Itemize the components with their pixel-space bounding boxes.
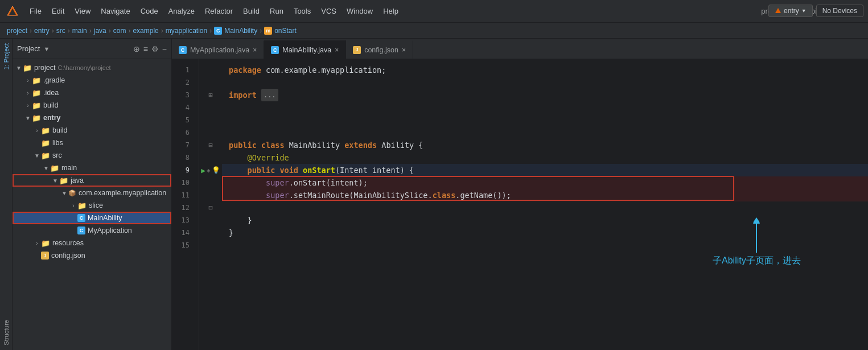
annotation-text: 子Ability子页面，进去 bbox=[713, 255, 801, 267]
tree-item-src[interactable]: ▼ 📁 src bbox=[13, 149, 171, 162]
tree-item-root[interactable]: ▼ 📁 project C:\harmony\project bbox=[13, 61, 171, 74]
collapse-class-icon[interactable]: ⊟ bbox=[208, 141, 212, 149]
code-line-4 bbox=[222, 101, 868, 114]
menu-item-vcs[interactable]: VCS bbox=[316, 5, 341, 18]
run-icon[interactable]: ▶ bbox=[201, 166, 205, 175]
breadcrumb-project[interactable]: project bbox=[7, 27, 27, 35]
breadcrumb-example[interactable]: example bbox=[133, 27, 158, 35]
breadcrumb-com[interactable]: com bbox=[113, 27, 126, 35]
main-content: 1: Project Structure Project ▼ ⊕ ≡ ⚙ − ▼… bbox=[0, 39, 868, 350]
code-line-7: public class MainAbility extends Ability… bbox=[222, 139, 868, 151]
project-header-title: Project bbox=[17, 44, 40, 53]
tab-config[interactable]: J config.json × bbox=[346, 40, 413, 59]
tree-item-resources[interactable]: › 📁 resources bbox=[13, 237, 171, 249]
tree-item-myapplication[interactable]: C MyApplication bbox=[13, 224, 171, 237]
menu-item-code[interactable]: Code bbox=[136, 5, 163, 18]
minimize-icon[interactable]: − bbox=[162, 44, 167, 53]
bulb-icon[interactable]: 💡 bbox=[212, 166, 220, 174]
line-num-10: 10 bbox=[172, 176, 194, 189]
gutter-13 bbox=[199, 214, 222, 227]
tree-item-main[interactable]: ▼ 📁 main bbox=[13, 162, 171, 174]
code-line-1: package com.example.myapplication; bbox=[222, 64, 868, 76]
entry-dropdown-icon: ▼ bbox=[801, 8, 807, 14]
structure-panel-label[interactable]: Structure bbox=[1, 315, 11, 350]
root-name: project bbox=[34, 64, 56, 72]
tab-config-close[interactable]: × bbox=[402, 47, 406, 53]
tab-myapplication[interactable]: C MyApplication.java × bbox=[172, 40, 264, 59]
collapse-icon[interactable]: ≡ bbox=[143, 44, 148, 53]
menu-item-tools[interactable]: Tools bbox=[289, 5, 315, 18]
tree-item-mainability[interactable]: C MainAbility bbox=[13, 212, 171, 224]
code-editor: 1 2 3 4 5 6 7 8 9 10 11 12 13 14 15 bbox=[172, 59, 868, 350]
line-num-2: 2 bbox=[172, 76, 194, 89]
menu-item-edit[interactable]: Edit bbox=[47, 5, 69, 18]
tab-mainability-close[interactable]: × bbox=[335, 47, 339, 53]
code-line-12 bbox=[222, 201, 868, 214]
line-num-7: 7 bbox=[172, 139, 194, 151]
tab-mainability-label: MainAbility.java bbox=[282, 46, 331, 54]
menu-item-view[interactable]: View bbox=[70, 5, 95, 18]
menu-item-analyze[interactable]: Analyze bbox=[164, 5, 199, 18]
configjson-icon: J bbox=[41, 252, 49, 260]
breadcrumb-mainability[interactable]: MainAbility bbox=[224, 27, 257, 35]
menu-item-file[interactable]: File bbox=[25, 5, 46, 18]
breadcrumb-src[interactable]: src bbox=[56, 27, 65, 35]
settings-icon[interactable]: ⚙ bbox=[151, 44, 159, 53]
svg-marker-2 bbox=[775, 8, 781, 13]
menu-item-refactor[interactable]: Refactor bbox=[200, 5, 237, 18]
tree-item-entry-build[interactable]: › 📁 build bbox=[13, 124, 171, 137]
tree-item-entry[interactable]: ▼ 📁 entry bbox=[13, 112, 171, 124]
gutter-6 bbox=[199, 126, 222, 139]
tab-myapp-close[interactable]: × bbox=[253, 47, 257, 53]
tree-item-slice[interactable]: › 📁 slice bbox=[13, 199, 171, 212]
breadcrumb-java[interactable]: java bbox=[94, 27, 106, 35]
breadcrumb-method-icon: m bbox=[264, 27, 272, 35]
file-tree-panel: Project ▼ ⊕ ≡ ⚙ − ▼ 📁 project C:\harmony… bbox=[13, 39, 172, 350]
breadcrumb-myapplication[interactable]: myapplication bbox=[166, 27, 207, 35]
gutter-12: ⊟ bbox=[199, 201, 222, 214]
tab-mainability-icon: C bbox=[271, 46, 279, 54]
locate-icon[interactable]: ⊕ bbox=[133, 44, 140, 53]
breadcrumb-entry[interactable]: entry bbox=[34, 27, 50, 35]
tab-bar: C MyApplication.java × C MainAbility.jav… bbox=[172, 39, 868, 59]
tree-item-com[interactable]: ▼ 📦 com.example.myapplication bbox=[13, 187, 171, 199]
project-panel-label[interactable]: 1: Project bbox=[1, 39, 11, 74]
code-line-2 bbox=[222, 76, 868, 89]
tab-config-label: config.json bbox=[364, 46, 398, 54]
collapse-code-icon[interactable]: ⊞ bbox=[208, 91, 212, 99]
side-panel-label: 1: Project Structure bbox=[0, 39, 13, 350]
tree-item-gradle[interactable]: › 📁 .gradle bbox=[13, 74, 171, 87]
gutter-1 bbox=[199, 64, 222, 76]
gutter-4 bbox=[199, 101, 222, 114]
line-num-8: 8 bbox=[172, 151, 194, 164]
tree-item-idea[interactable]: › 📁 .idea bbox=[13, 87, 171, 99]
menu-item-help[interactable]: Help bbox=[379, 5, 403, 18]
menu-item-window[interactable]: Window bbox=[342, 5, 377, 18]
menu-item-navigate[interactable]: Navigate bbox=[96, 5, 134, 18]
menu-item-build[interactable]: Build bbox=[238, 5, 264, 18]
bookmark-icon[interactable]: ◈ bbox=[207, 167, 211, 174]
tree-item-java[interactable]: ▼ 📁 java bbox=[13, 174, 171, 187]
code-line-6 bbox=[222, 126, 868, 139]
tab-myapp-label: MyApplication.java bbox=[190, 46, 249, 54]
breadcrumb-onstart[interactable]: onStart bbox=[274, 27, 297, 35]
line-num-15: 15 bbox=[172, 239, 194, 252]
gutter-15 bbox=[199, 239, 222, 252]
line-num-13: 13 bbox=[172, 214, 194, 227]
tree-item-build-root[interactable]: › 📁 build bbox=[13, 99, 171, 112]
no-devices-button[interactable]: No Devices bbox=[816, 5, 863, 17]
tab-mainability[interactable]: C MainAbility.java × bbox=[264, 40, 346, 59]
top-right-controls: entry ▼ No Devices bbox=[768, 5, 863, 17]
breadcrumb-main[interactable]: main bbox=[72, 27, 87, 35]
menu-item-run[interactable]: Run bbox=[265, 5, 288, 18]
line-numbers: 1 2 3 4 5 6 7 8 9 10 11 12 13 14 15 bbox=[172, 59, 199, 350]
entry-button[interactable]: entry ▼ bbox=[768, 5, 813, 17]
line-num-11: 11 bbox=[172, 189, 194, 201]
gutter-14 bbox=[199, 227, 222, 239]
code-content[interactable]: package com.example.myapplication; impor… bbox=[222, 59, 868, 350]
line-num-9: 9 bbox=[172, 164, 194, 176]
tree-item-libs[interactable]: 📁 libs bbox=[13, 137, 171, 149]
header-dropdown-icon[interactable]: ▼ bbox=[43, 46, 50, 52]
tree-item-configjson[interactable]: J config.json bbox=[13, 249, 171, 262]
collapse-method-icon[interactable]: ⊟ bbox=[208, 204, 212, 212]
